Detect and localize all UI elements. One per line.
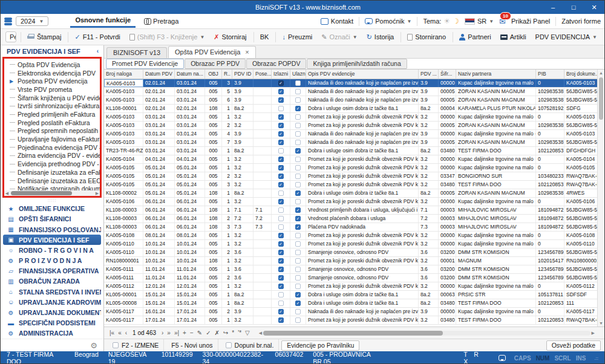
- column-header[interactable]: Broj dokume...: [564, 70, 598, 79]
- doc-tab-biznisoft-v13[interactable]: BIZNISOFT v13: [106, 47, 167, 58]
- column-header[interactable]: Šifr...: [439, 70, 456, 79]
- izlazni-checkbox[interactable]: ✓: [278, 123, 284, 128]
- next-page-icon[interactable]: »: [165, 330, 172, 336]
- column-header[interactable]: Datum PDV: [143, 70, 175, 79]
- izlazni-checkbox[interactable]: ✓: [278, 275, 284, 281]
- sidebar-group-stalna-sredstva-i-inventar[interactable]: ⌂STALNA SREDSTVA I INVENTAR: [3, 287, 101, 297]
- ulazni-checkbox[interactable]: ✓: [295, 216, 301, 221]
- ulazni-checkbox[interactable]: [295, 199, 301, 204]
- scrollbar-thumb[interactable]: [599, 77, 603, 120]
- column-header[interactable]: Datum na...: [175, 70, 205, 79]
- ulazni-checkbox[interactable]: [295, 258, 301, 264]
- potvrdi-button[interactable]: ✓F11 - Potvrdi: [72, 32, 122, 42]
- izlazni-checkbox[interactable]: ✓: [278, 317, 284, 323]
- tree-horizontal-scrollbar[interactable]: ◀ ▶: [4, 190, 100, 196]
- zatvori-forme-button[interactable]: Zatvori forme: [561, 18, 601, 25]
- table-row[interactable]: KL005-0000115.01.2415.01.2400518a.2✓Dobr…: [104, 291, 597, 299]
- cancel-edit-icon[interactable]: ✗: [213, 330, 221, 336]
- scrollbar-thumb[interactable]: [11, 191, 72, 195]
- ulazni-checkbox[interactable]: [295, 140, 301, 145]
- dark-theme-icon[interactable]: ☽: [453, 17, 459, 25]
- edit-record-icon[interactable]: ✎: [195, 330, 204, 336]
- period-select[interactable]: Period▼: [6, 32, 16, 42]
- tree-item[interactable]: Pregled primljenih eFaktura: [8, 110, 100, 119]
- next-record-icon[interactable]: ›: [160, 330, 165, 336]
- ulazni-checkbox[interactable]: ✓: [295, 148, 301, 154]
- artikli-button[interactable]: Artikli: [498, 32, 529, 42]
- izlazni-checkbox[interactable]: ✓: [278, 250, 284, 255]
- column-header[interactable]: R..: [222, 70, 232, 79]
- izlazni-checkbox[interactable]: [278, 292, 284, 297]
- table-row[interactable]: KA005-011717.01.2417.01.2400513.2✓Promet…: [104, 316, 597, 325]
- dopuni-toggle[interactable]: Dopuni br.nal.: [221, 339, 280, 351]
- table-row[interactable]: KL108-0000205.01.2405.01.2410818a.2✓Dobr…: [104, 189, 597, 198]
- storniraj-button[interactable]: ✗Storniraj: [211, 32, 249, 42]
- izlazni-checkbox[interactable]: ✓: [278, 157, 284, 162]
- izlazni-checkbox[interactable]: ✓: [278, 97, 284, 103]
- stampaj-button[interactable]: Štampaj: [25, 32, 64, 42]
- table-row[interactable]: KL108-0000102.01.2402.01.2410818a.2✓Dobr…: [104, 105, 597, 113]
- gear-icon[interactable]: ⚙: [90, 341, 97, 350]
- ulazni-checkbox[interactable]: ✓: [295, 207, 301, 213]
- izlazni-checkbox[interactable]: ✓: [278, 233, 284, 238]
- izlazni-checkbox[interactable]: [278, 224, 284, 230]
- tree-item[interactable]: ▶Posebna PDV evidencija: [8, 77, 100, 85]
- grid-vertical-scrollbar[interactable]: ▲ ▼: [597, 70, 604, 327]
- table-row[interactable]: KA005-011010.01.2410.01.2400513.2✓Promet…: [104, 240, 597, 249]
- table-row[interactable]: KA005-011111.01.2411.01.2400513.6✓Smanje…: [104, 265, 597, 274]
- ulazni-checkbox[interactable]: [295, 267, 301, 272]
- column-header[interactable]: Naziv partnera: [456, 70, 536, 79]
- sidebar-group-op-ti-ifarnici[interactable]: ▤OPŠTI ŠIFARNICI: [3, 214, 101, 224]
- izlazni-checkbox[interactable]: [278, 190, 284, 196]
- expander-icon[interactable]: ▶: [10, 79, 15, 84]
- izlazni-checkbox[interactable]: [278, 301, 284, 306]
- izlazni-checkbox[interactable]: ✓: [278, 267, 284, 272]
- izlazni-checkbox[interactable]: ✓: [278, 309, 284, 314]
- ulazni-checkbox[interactable]: ✓: [295, 224, 301, 230]
- table-row[interactable]: KA005-010505.01.2405.01.2400533.2✓Promet…: [104, 181, 597, 189]
- year-select[interactable]: 2024 ▼: [16, 16, 48, 26]
- partneri-button[interactable]: Partneri: [457, 32, 494, 42]
- sidebar-group-omiljene-funkcije[interactable]: ★OMILJENE FUNKCIJE: [3, 204, 101, 214]
- ulazni-checkbox[interactable]: [295, 174, 301, 179]
- tree-item[interactable]: Izvrši sinhronizaciju eFaktura: [8, 102, 100, 110]
- sidebar-group-administracija[interactable]: ⚙ADMINISTRACIJA: [3, 328, 101, 339]
- table-row[interactable]: KA005-010302.01.2403.01.2400533.9✓Naknad…: [104, 79, 597, 88]
- izlazni-checkbox[interactable]: [278, 207, 284, 213]
- prikazi-panel-button[interactable]: Prikaži Panel: [511, 18, 550, 25]
- izlazni-checkbox[interactable]: ✓: [278, 258, 284, 264]
- izlazni-checkbox[interactable]: [278, 106, 284, 111]
- tab-pretraga[interactable]: Pretraga: [139, 16, 183, 27]
- evidencije-po-pravilniku-button[interactable]: Evidencije po Pravilniku: [281, 340, 359, 351]
- sidebar-group-finansijsko-poslovanje[interactable]: ▦FINANSIJSKO POSLOVANJE: [3, 224, 101, 235]
- ulazni-checkbox[interactable]: [295, 131, 301, 137]
- filter-icon[interactable]: ▽: [243, 330, 252, 336]
- messages-button[interactable]: ✉ 10: [499, 17, 506, 26]
- chat-bubble-icon[interactable]: [499, 355, 506, 361]
- delete-record-icon[interactable]: −: [188, 330, 195, 336]
- table-row[interactable]: KL108-0000306.01.2406.01.2410817.17.1✓Vr…: [104, 206, 597, 215]
- table-row[interactable]: KA005-010606.01.2406.01.2400513.2✓Promet…: [104, 198, 597, 206]
- scroll-left-icon[interactable]: ◀: [258, 331, 263, 336]
- sub-tab-obrazac-popdv[interactable]: Obrazac POPDV: [246, 59, 306, 69]
- ulazni-checkbox[interactable]: [295, 123, 301, 128]
- column-header[interactable]: Broj naloga: [104, 70, 143, 79]
- knjizenje-button[interactable]: (Shift) F3 - Knjiženje▼: [127, 32, 208, 42]
- last-record-icon[interactable]: »|: [172, 330, 181, 336]
- table-row[interactable]: KA005-010303.01.2403.01.2400523.2✓Promet…: [104, 122, 597, 130]
- scroll-up-icon[interactable]: ▲: [599, 70, 603, 76]
- izlazni-checkbox[interactable]: ✓: [278, 182, 284, 187]
- column-header[interactable]: Izlazni: [272, 70, 290, 79]
- sub-tab-obrazac-pp-pdv[interactable]: Obrazac PP PDV: [185, 59, 246, 69]
- osvezi-podatke-button[interactable]: Osveži podatke: [546, 340, 601, 351]
- table-row[interactable]: KA005-010404.01.2404.01.2400513.2✓Promet…: [104, 155, 597, 164]
- izlazni-checkbox[interactable]: ✓: [278, 165, 284, 171]
- tab-osnovne-funkcije[interactable]: Osnovne funkcije: [70, 15, 136, 28]
- resize-grip[interactable]: .::: [594, 356, 598, 361]
- izlazni-checkbox[interactable]: ✓: [278, 284, 284, 289]
- pdv-evidencija-menu[interactable]: PDV EVIDENCIJA▼: [533, 32, 600, 42]
- sidebar-group-pdv-evidencija-i-sef[interactable]: ▣PDV EVIDENCIJA I SEF: [3, 235, 101, 245]
- scroll-right-icon[interactable]: ▶: [94, 191, 100, 196]
- bookmark-icon[interactable]: *: [230, 330, 236, 336]
- oznaci-button[interactable]: ✎Označi▼: [319, 32, 359, 42]
